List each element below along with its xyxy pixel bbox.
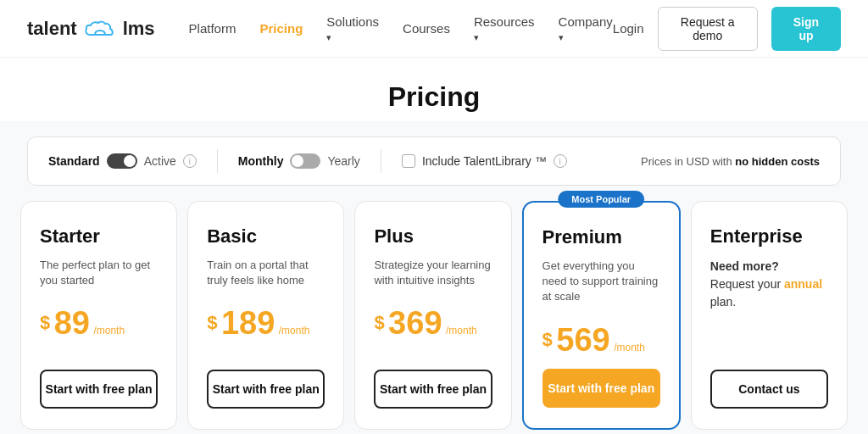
nav-company[interactable]: Company [559,14,613,43]
card-desc-plus: Strategize your learning with intuitive … [374,258,492,288]
card-name-starter: Starter [40,225,158,248]
standard-label: Standard [48,154,100,168]
talentlibrary-label: Include TalentLibrary ™ [422,154,547,168]
card-name-enterprise: Enterprise [710,225,828,248]
price-period-starter: /month [93,325,125,337]
card-price-premium: $ 569 /month [542,322,660,359]
yearly-label: Yearly [327,154,359,168]
cta-button-premium[interactable]: Start with free plan [542,369,660,408]
price-period-basic: /month [279,325,310,337]
pricing-cards-section: StarterThe perfect plan to get you start… [0,201,868,434]
signup-button[interactable]: Sign up [771,7,841,51]
price-amount-premium: 569 [556,322,609,358]
page-title-section: Pricing [0,58,868,121]
price-amount-plus: 369 [388,305,442,341]
billing-toggle[interactable] [290,153,320,169]
card-starter: StarterThe perfect plan to get you start… [20,201,177,430]
price-dollar-basic: $ [207,312,217,333]
filter-divider-2 [381,149,381,173]
price-amount-basic: 189 [221,305,275,341]
standard-toggle[interactable] [107,153,137,169]
card-desc-basic: Train on a portal that truly feels like … [207,258,325,288]
price-period-plus: /month [446,325,477,337]
card-name-basic: Basic [207,225,325,248]
filter-divider-1 [217,149,218,173]
nav-pricing[interactable]: Pricing [259,21,303,36]
navbar: talent lms Platform Pricing Solutions Co… [0,0,868,58]
cta-button-starter[interactable]: Start with free plan [40,370,158,409]
page-title: Pricing [0,81,868,113]
logo-lms: lms [123,18,155,40]
nav-solutions[interactable]: Solutions [326,14,379,43]
nav-links: Platform Pricing Solutions Courses Resou… [189,14,613,43]
logo-cloud-icon [82,19,118,38]
card-price-starter: $ 89 /month [40,305,158,342]
card-premium: Most PopularPremiumGet everything you ne… [522,201,681,430]
talentlibrary-filter: Include TalentLibrary ™ i [402,154,567,168]
standard-filter: Standard Active i [48,153,197,169]
nav-resources[interactable]: Resources [474,14,535,43]
enterprise-note: Need more? Request your annual plan. [710,258,828,311]
standard-info-icon[interactable]: i [183,154,197,168]
card-basic: BasicTrain on a portal that truly feels … [187,201,344,430]
filters-bar: Standard Active i Monthly Yearly Include… [27,136,841,186]
login-button[interactable]: Login [613,21,644,36]
request-demo-button[interactable]: Request a demo [658,7,758,51]
price-period-premium: /month [614,342,645,353]
nav-right: Login Request a demo Sign up [613,7,841,51]
prices-note-text: Prices in USD with [641,155,732,168]
card-price-plus: $ 369 /month [374,305,492,342]
most-popular-badge: Most Popular [558,191,644,208]
price-dollar-premium: $ [542,328,553,349]
card-enterprise: Enterprise Need more? Request your annua… [691,201,848,430]
monthly-label: Monthly [238,154,284,168]
logo-talent: talent [27,18,77,40]
talentlibrary-info-icon[interactable]: i [554,154,567,168]
price-dollar-plus: $ [374,312,384,333]
active-label: Active [144,154,176,168]
price-dollar-starter: $ [40,312,50,333]
card-plus: PlusStrategize your learning with intuit… [354,201,511,430]
nav-platform[interactable]: Platform [189,21,236,36]
cta-button-enterprise[interactable]: Contact us [710,370,828,409]
billing-filter: Monthly Yearly [238,153,360,169]
card-price-basic: $ 189 /month [207,305,325,342]
card-desc-premium: Get everything you need to support train… [542,259,660,305]
annual-link[interactable]: annual [784,277,822,291]
logo: talent lms [27,18,155,40]
nav-courses[interactable]: Courses [403,21,450,36]
prices-note-bold: no hidden costs [735,155,820,168]
card-name-premium: Premium [542,226,660,248]
card-name-plus: Plus [374,225,492,248]
prices-note: Prices in USD with no hidden costs [641,155,820,168]
cta-button-basic[interactable]: Start with free plan [207,370,325,409]
price-amount-starter: 89 [54,305,90,341]
cta-button-plus[interactable]: Start with free plan [374,370,492,409]
talentlibrary-checkbox[interactable] [402,154,415,168]
card-desc-starter: The perfect plan to get you started [40,258,158,288]
